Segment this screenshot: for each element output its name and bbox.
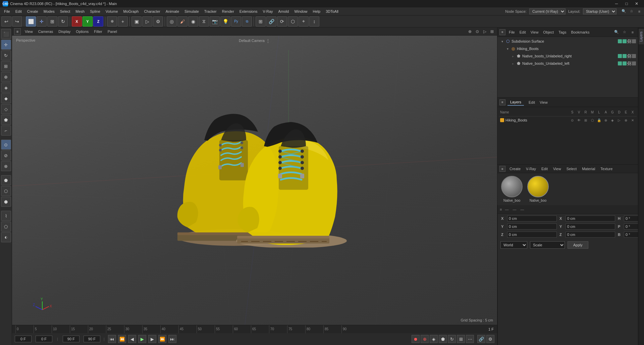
extra-button[interactable]: ◐	[1, 232, 11, 242]
timeline-end-frame[interactable]	[63, 336, 79, 342]
menu-edit[interactable]: Edit	[13, 8, 24, 15]
vp-menu-display[interactable]: Display	[57, 29, 72, 34]
vp-icon-move[interactable]: ⊕	[467, 29, 473, 35]
maximize-button[interactable]: □	[622, 0, 631, 7]
vp-menu-filter[interactable]: Filter	[93, 29, 103, 34]
deselect-button[interactable]: 🔗	[266, 16, 276, 27]
layer-icon-e[interactable]: ⊗	[623, 117, 629, 123]
select-all-button[interactable]: ⊞	[256, 16, 266, 27]
menu-select[interactable]: Select	[57, 8, 73, 15]
mat-select[interactable]: Select	[565, 166, 578, 171]
menu-animate[interactable]: Animate	[163, 8, 182, 15]
layer-icon-d[interactable]: ▷	[616, 117, 622, 123]
obj-row-right-boot[interactable]: ▸ ⬟ Native_boots_Unlabeled_right	[497, 52, 638, 60]
obj-mgr-object[interactable]: Object	[542, 30, 555, 35]
coord-y-input[interactable]	[507, 224, 557, 230]
vp-menu-view[interactable]: View	[23, 29, 34, 34]
vert-tab-layers[interactable]: Layers	[639, 29, 644, 44]
rboot-icon1[interactable]	[618, 54, 622, 58]
attr-menu-btn[interactable]: ≡	[500, 207, 502, 211]
play-button[interactable]: ▶	[138, 335, 146, 343]
menu-render[interactable]: Render	[219, 8, 237, 15]
snap-to-button[interactable]: ⌖	[299, 16, 309, 27]
tl-scale-key-button[interactable]: ⊞	[457, 335, 465, 343]
goto-end-button[interactable]: ⏭	[168, 335, 176, 343]
subdiv-expand-icon[interactable]: ▾	[500, 39, 504, 43]
obj-row-left-boot[interactable]: ▸ ⬟ Native_boots_Unlabeled_left	[497, 60, 638, 67]
layers-view-btn[interactable]: View	[538, 100, 549, 105]
obj-mgr-bookmarks[interactable]: Bookmarks	[570, 30, 591, 35]
coord-space-select[interactable]: World Object Parent	[500, 241, 527, 249]
tool5-button[interactable]: ◈	[1, 83, 11, 93]
minimize-button[interactable]: ─	[612, 0, 621, 7]
render-active-button[interactable]: ▷	[142, 16, 152, 27]
layer-icon-r[interactable]: ⊞	[583, 117, 588, 123]
obj-mgr-view[interactable]: View	[529, 30, 540, 35]
tl-param-key-button[interactable]: ⋯	[466, 335, 474, 343]
tool7-button[interactable]: ◇	[1, 104, 11, 114]
obj-mgr-edit[interactable]: Edit	[518, 30, 527, 35]
next-frame-button[interactable]: ▶	[148, 335, 156, 343]
undo-button[interactable]: ↩	[1, 16, 11, 27]
tl-key-button[interactable]: ◈	[430, 335, 438, 343]
mat-vray[interactable]: V-Ray	[525, 166, 537, 171]
bend-button[interactable]: ↕	[309, 16, 319, 27]
layer-row-hikingboots[interactable]: Hiking_Boots ⊙ 👁 ⊞ ⬠ 🔒 ⊕ ◈ ▷ ⊗ ✕	[499, 116, 637, 124]
move-tool-button[interactable]: ✛	[1, 40, 11, 50]
tl-link-button[interactable]: 🔗	[477, 335, 485, 343]
axis-x-button[interactable]: X	[72, 16, 82, 27]
plugin-button[interactable]: ⧉	[242, 16, 252, 27]
layer-icon-a[interactable]: ⊕	[603, 117, 608, 123]
layer-icon-g[interactable]: ◈	[610, 117, 615, 123]
material-thumb-2[interactable]: Native_boo	[526, 176, 550, 202]
goto-start-button[interactable]: ⏮	[108, 335, 116, 343]
shading1-button[interactable]: ⊙	[1, 140, 11, 150]
scale-tool-button[interactable]: ⊞	[1, 61, 11, 71]
render-settings-button[interactable]: ⚙	[153, 16, 163, 27]
invert-sel-button[interactable]: ⟳	[277, 16, 287, 27]
menu-mesh[interactable]: Mesh	[73, 8, 87, 15]
obj-mgr-filter-icon[interactable]: ≡	[629, 29, 636, 36]
tool8-button[interactable]: ⬟	[1, 115, 11, 125]
mat2-button[interactable]: ⬡	[1, 186, 11, 196]
prev-frame-button[interactable]: ◀	[128, 335, 136, 343]
vp-icon-settings[interactable]: ⊞	[489, 29, 495, 35]
layers-menu-btn[interactable]: ≡	[499, 99, 505, 105]
mat-edit[interactable]: Edit	[540, 166, 549, 171]
layer-icon-v[interactable]: 👁	[576, 117, 582, 123]
render-region-button[interactable]: ▣	[131, 16, 142, 27]
python-button[interactable]: Py	[231, 16, 241, 27]
menu-file[interactable]: File	[1, 8, 13, 15]
menu-arnold[interactable]: Arnold	[276, 8, 292, 15]
subdiv-color-icon1[interactable]	[618, 39, 622, 43]
vp-menu-panel[interactable]: Panel	[106, 29, 118, 34]
mat-view[interactable]: View	[552, 166, 562, 171]
mat-texture[interactable]: Texture	[599, 166, 614, 171]
line-tool-button[interactable]: ⌐	[1, 126, 11, 136]
timeline-ruler[interactable]: 0 5 10 15 20 25 30 35 40 45 50 55 60 65 …	[12, 325, 497, 333]
mat1-button[interactable]: ⬟	[1, 175, 11, 185]
mat3-button[interactable]: ⬢	[1, 197, 11, 207]
model-mode-button[interactable]: ⬛	[1, 29, 11, 39]
rotate-button[interactable]: ↻	[58, 16, 68, 27]
mat-create[interactable]: Create	[508, 166, 522, 171]
tl-record-button[interactable]: ⏺	[412, 335, 420, 343]
tool6-button[interactable]: ◆	[1, 93, 11, 103]
layer-icon-x[interactable]: ✕	[630, 117, 635, 123]
coord-scale-select[interactable]: Scale Absolute Scale	[530, 241, 565, 249]
obj-row-hikingboots[interactable]: ▾ ◎ Hiking_Boots	[497, 45, 638, 52]
vp-menu-cameras[interactable]: Cameras	[37, 29, 55, 34]
layer-icon-m[interactable]: ⬠	[590, 117, 595, 123]
layout-select[interactable]: Startup (User)	[583, 8, 616, 14]
axis-z-button[interactable]: Z	[93, 16, 103, 27]
tl-pos-key-button[interactable]: ⬟	[439, 335, 447, 343]
viewport[interactable]: Perspective Default Camera ⋮ Grid Spacin…	[12, 36, 497, 325]
obj-row-subdiv[interactable]: ▾ ⬡ Subdivision Surface	[497, 38, 638, 45]
move-button[interactable]: ✛	[37, 16, 47, 27]
shading2-button[interactable]: ⊘	[1, 150, 11, 160]
menu-volume[interactable]: Volume	[103, 8, 121, 15]
transform-tool-button[interactable]: ⊕	[1, 72, 11, 82]
spline-tool-button[interactable]: ⌇	[1, 211, 11, 221]
vp-menu-options[interactable]: Options	[74, 29, 90, 34]
right-boot-expand-icon[interactable]: ▸	[511, 54, 515, 58]
